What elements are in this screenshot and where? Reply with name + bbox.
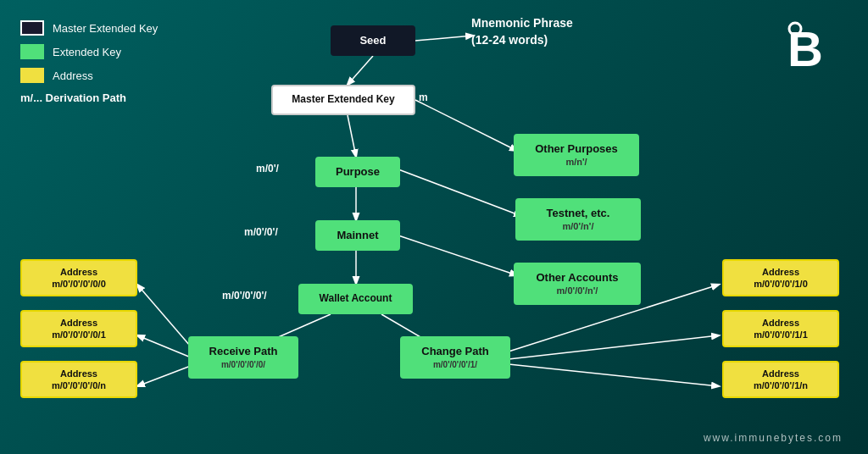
legend-green-box — [20, 44, 44, 59]
svg-line-3 — [415, 100, 517, 151]
path-m0n: m/0'/n'/ — [562, 221, 593, 232]
svg-line-5 — [398, 169, 521, 216]
addr1-node: Addressm/0'/0'/0'/0/0 — [20, 259, 137, 296]
legend-derivation-path: m/... Derivation Path — [20, 91, 158, 104]
legend-master-key-label: Master Extended Key — [53, 22, 158, 35]
legend-extended-key: Extended Key — [20, 44, 158, 59]
path-mn: m/n'/ — [565, 157, 587, 168]
legend-master-key: Master Extended Key — [20, 20, 158, 36]
mnemonic-label: Mnemonic Phrase(12-24 words) — [471, 16, 573, 47]
legend-address-label: Address — [53, 69, 93, 82]
master-key-node: Master Extended Key — [271, 85, 415, 115]
svg-line-7 — [398, 235, 517, 275]
other-accounts-node: Other Accounts m/0'/0'/n'/ — [514, 263, 641, 305]
svg-line-14 — [509, 335, 719, 359]
path-change: m/0'/0'/0'/1/ — [433, 360, 477, 370]
testnet-node: Testnet, etc. m/0'/n'/ — [515, 198, 641, 241]
svg-line-15 — [509, 364, 719, 386]
svg-line-11 — [137, 335, 195, 359]
addr4-node: Addressm/0'/0'/0'/1/0 — [722, 259, 839, 296]
other-accounts-label: Other Accounts — [536, 271, 618, 285]
path-m00n: m/0'/0'/n'/ — [557, 285, 598, 296]
svg-line-1 — [348, 56, 373, 85]
logo: B — [783, 17, 843, 76]
legend-yellow-box — [20, 68, 44, 83]
addr3-node: Addressm/0'/0'/0'/0/n — [20, 361, 137, 398]
path-m000: m/0'/0'/0'/ — [222, 290, 267, 302]
svg-line-0 — [415, 36, 473, 41]
path-m00: m/0'/0'/ — [244, 226, 278, 238]
path-m0: m/0'/ — [256, 163, 279, 174]
svg-text:B: B — [787, 21, 823, 76]
mnemonic-node: Mnemonic Phrase(12-24 words) — [471, 15, 573, 48]
m-label: m — [419, 91, 428, 103]
addr2-node: Addressm/0'/0'/0'/0/1 — [20, 310, 137, 347]
legend: Master Extended Key Extended Key Address… — [20, 20, 158, 104]
testnet-label: Testnet, etc. — [547, 207, 610, 220]
change-path-node: Change Path m/0'/0'/0'/1/ — [400, 336, 510, 379]
legend-extended-key-label: Extended Key — [53, 46, 121, 58]
mainnet-node: Mainnet — [315, 220, 400, 251]
receive-path-label: Receive Path — [209, 345, 278, 358]
receive-path-node: Receive Path m/0'/0'/0'/0/ — [188, 336, 298, 379]
addr5-node: Addressm/0'/0'/0'/1/1 — [722, 310, 839, 347]
legend-dark-box — [20, 20, 44, 36]
change-path-label: Change Path — [421, 345, 488, 358]
other-purposes-node: Other Purposes m/n'/ — [514, 134, 639, 176]
seed-node: Seed — [331, 25, 415, 56]
svg-line-10 — [137, 285, 195, 352]
legend-address: Address — [20, 68, 158, 83]
svg-line-2 — [348, 115, 356, 157]
path-receive: m/0'/0'/0'/0/ — [221, 360, 265, 370]
svg-line-12 — [137, 364, 195, 386]
legend-path-label: m/... Derivation Path — [20, 91, 126, 104]
purpose-node: Purpose — [315, 157, 400, 187]
addr6-node: Addressm/0'/0'/0'/1/n — [722, 361, 839, 398]
website-label: www.immunebytes.com — [704, 432, 843, 444]
wallet-account-node: Wallet Account — [298, 284, 413, 314]
other-purposes-label: Other Purposes — [535, 142, 618, 156]
